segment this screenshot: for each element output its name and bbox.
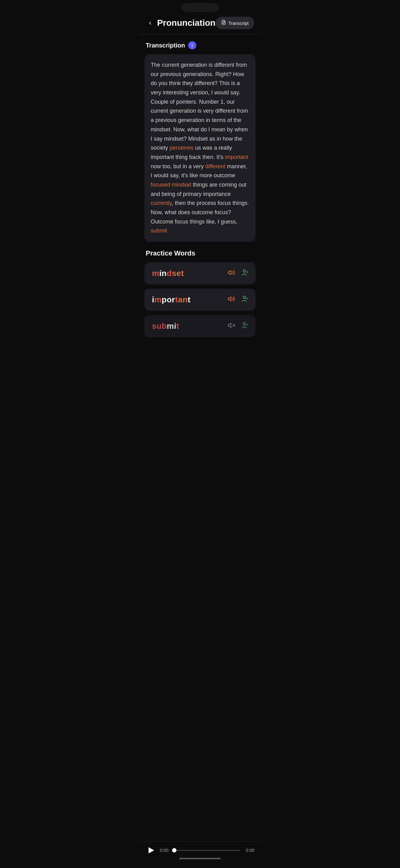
word-char-m2: m <box>155 295 162 304</box>
status-pill <box>181 3 219 12</box>
back-button[interactable]: ‹ <box>146 18 155 29</box>
transcription-text: The current generation is different from… <box>151 61 249 236</box>
status-bar <box>139 0 261 14</box>
info-icon: ! <box>191 43 193 48</box>
word-char-set: set <box>172 269 184 278</box>
word-char-an: an <box>178 295 188 304</box>
word-card-mindset: mindset <box>144 262 256 284</box>
word-char-i: i <box>152 295 155 304</box>
transcription-title: Transcription <box>146 42 185 49</box>
word-perceives: perceives <box>170 145 194 151</box>
important-speak-button[interactable] <box>241 295 248 305</box>
word-important: important <box>152 295 190 305</box>
mindset-speak-button[interactable] <box>241 269 248 278</box>
word-submit: submit <box>152 321 179 331</box>
word-char-sub: sub <box>152 321 167 331</box>
important-actions <box>228 295 248 305</box>
word-different: different <box>205 163 226 169</box>
word-char-m: m <box>152 269 159 278</box>
page-title: Pronunciation <box>157 18 215 28</box>
text-part-3: now too, but in a very <box>151 163 205 169</box>
main-content: Transcription ! The current generation i… <box>139 40 261 369</box>
info-badge[interactable]: ! <box>188 41 196 49</box>
word-card-submit: submit <box>144 315 256 337</box>
svg-marker-4 <box>228 297 231 301</box>
word-currently: currently <box>151 200 172 206</box>
word-char-ind: in <box>159 269 167 278</box>
svg-point-3 <box>243 270 245 272</box>
mindset-sound-button[interactable] <box>228 269 235 278</box>
back-icon: ‹ <box>149 19 151 27</box>
submit-sound-button[interactable] <box>228 321 235 331</box>
transcript-button[interactable]: Transcript <box>215 17 254 29</box>
word-important: important <box>225 154 248 160</box>
word-char-t2: t <box>175 295 178 304</box>
word-char-d: d <box>167 269 172 278</box>
word-char-por: por <box>162 295 175 304</box>
word-char-mi: mi <box>167 321 176 331</box>
header-divider <box>139 34 261 34</box>
word-focused-mindset: focused mindset <box>151 182 191 188</box>
word-char-t4: t <box>176 321 179 331</box>
important-sound-button[interactable] <box>228 295 235 305</box>
svg-point-9 <box>243 322 245 325</box>
text-part-1: The current generation is different from… <box>151 62 248 151</box>
word-card-important: important <box>144 289 256 311</box>
submit-actions <box>228 321 248 331</box>
practice-words-title: Practice Words <box>139 249 261 262</box>
svg-marker-2 <box>228 270 231 275</box>
word-submit: submit <box>151 227 167 234</box>
transcript-button-label: Transcript <box>228 21 249 26</box>
mindset-actions <box>228 269 248 278</box>
svg-point-5 <box>243 296 245 299</box>
word-mindset: mindset <box>152 269 184 278</box>
submit-speak-button[interactable] <box>241 321 248 331</box>
header: ‹ Pronunciation Transcript <box>139 14 261 34</box>
svg-marker-6 <box>228 323 231 328</box>
transcript-icon <box>221 20 226 26</box>
transcription-section-header: Transcription ! <box>139 40 261 54</box>
transcription-card: The current generation is different from… <box>144 54 256 242</box>
word-char-t3: t <box>188 295 190 304</box>
